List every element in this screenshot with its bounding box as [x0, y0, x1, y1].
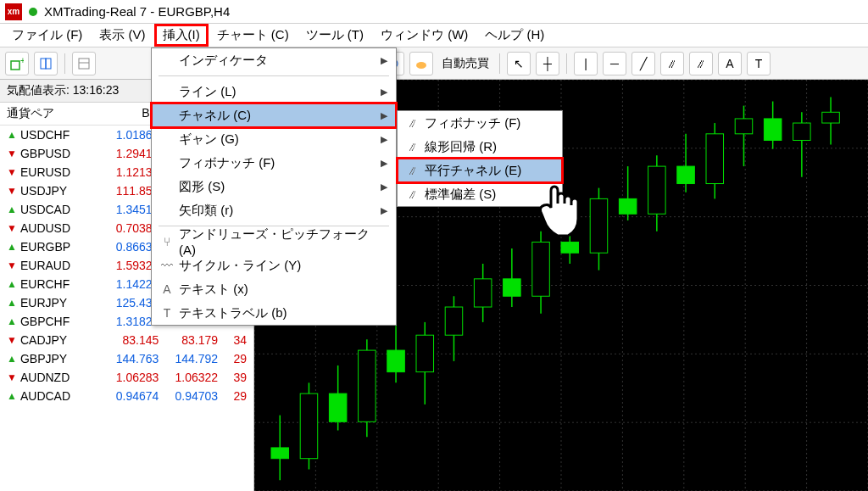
symbol: USDCHF — [20, 128, 100, 142]
status-dot-icon — [29, 8, 37, 16]
svg-rect-32 — [300, 393, 318, 459]
symbol: AUDUSD — [20, 221, 100, 235]
bid: 1.06283 — [100, 371, 159, 384]
bid: 1.31825 — [100, 315, 159, 328]
direction-icon — [7, 315, 20, 327]
menu-item[interactable]: Aテキスト (x) — [152, 277, 396, 301]
new-chart-button[interactable]: + — [5, 52, 29, 75]
symbol: GBPJPY — [20, 352, 100, 365]
menu-item[interactable]: 〰サイクル・ライン (Y) — [152, 254, 396, 277]
menu-item[interactable]: フィボナッチ (F)▶ — [152, 151, 396, 175]
menu-item[interactable]: 図形 (S)▶ — [152, 175, 396, 198]
menu-5[interactable]: ウィンドウ (W) — [372, 24, 476, 47]
symbol: EURAUD — [20, 259, 100, 272]
cursor-button[interactable]: ↖ — [507, 52, 531, 75]
channel-submenu[interactable]: ⫽フィボナッチ (F)⫽線形回帰 (R)⫽平行チャネル (E)⫽標準偏差 (S) — [397, 110, 563, 207]
direction-icon — [7, 334, 20, 346]
menu-2[interactable]: 挿入(I) — [154, 24, 209, 47]
symbol: EURCHF — [20, 277, 100, 291]
menu-item[interactable]: ⫽線形回帰 (R) — [398, 135, 562, 159]
menu-item-label: テキストラベル (b) — [179, 305, 387, 321]
direction-icon — [7, 390, 20, 402]
profiles-button[interactable] — [34, 52, 58, 75]
menu-item-label: 標準偏差 (S) — [425, 187, 554, 203]
label-button[interactable]: T — [747, 52, 771, 75]
menu-item[interactable]: ⑂アンドリューズ・ピッチフォーク (A) — [152, 230, 396, 254]
menu-item[interactable]: チャネル (C)▶ — [152, 103, 396, 127]
menu-item[interactable]: インディケータ▶ — [152, 48, 396, 72]
channel-button[interactable]: ⫽ — [660, 52, 684, 75]
market-watch-row[interactable]: AUDNZD1.062831.0632239 — [0, 368, 253, 387]
market-watch-row[interactable]: GBPJPY144.763144.79229 — [0, 349, 253, 368]
market-watch-row[interactable]: CADJPY83.14583.17934 — [0, 331, 253, 349]
menu-item[interactable]: 矢印類 (r)▶ — [152, 198, 396, 222]
direction-icon — [7, 297, 20, 309]
cloud-button[interactable] — [409, 52, 433, 75]
menu-bar: ファイル (F)表示 (V)挿入(I)チャート (C)ツール (T)ウィンドウ … — [0, 24, 868, 47]
menu-item[interactable]: ギャン (G)▶ — [152, 127, 396, 151]
menu-4[interactable]: ツール (T) — [298, 24, 372, 47]
menu-3[interactable]: チャート (C) — [209, 24, 298, 47]
spread: 29 — [218, 352, 247, 365]
trendline-button[interactable]: ╱ — [632, 52, 655, 75]
col-bid: Bid — [100, 106, 159, 121]
menu-item-label: インディケータ — [179, 53, 381, 69]
menu-item[interactable]: ⫽フィボナッチ (F) — [398, 111, 562, 135]
spread: 29 — [218, 389, 247, 403]
menu-item-label: 図形 (S) — [179, 179, 381, 195]
title-bar: xm XMTrading-Real 7 - EURGBP,H4 — [0, 0, 868, 24]
symbol: GBPCHF — [20, 315, 100, 328]
svg-rect-30 — [271, 448, 289, 459]
market-watch-row[interactable]: AUDCAD0.946740.9470329 — [0, 387, 253, 405]
svg-rect-60 — [706, 134, 724, 184]
hline-button[interactable]: ─ — [603, 52, 626, 75]
submenu-arrow-icon: ▶ — [381, 55, 387, 66]
menu-item-label: チャネル (C) — [179, 108, 381, 124]
svg-rect-40 — [416, 335, 434, 371]
ask: 83.179 — [159, 333, 218, 347]
menu-item[interactable]: ⫽標準偏差 (S) — [398, 182, 562, 206]
symbol: USDCAD — [20, 203, 100, 216]
bid: 0.94674 — [100, 389, 159, 403]
symbol: AUDCAD — [20, 389, 100, 403]
auto-trade-label[interactable]: 自動売買 — [438, 56, 492, 71]
window-title: XMTrading-Real 7 - EURGBP,H4 — [44, 4, 230, 19]
menu-item[interactable]: ⫽平行チャネル (E) — [398, 159, 562, 182]
menu-1[interactable]: 表示 (V) — [91, 24, 153, 47]
submenu-arrow-icon: ▶ — [381, 205, 387, 216]
symbol: USDJPY — [20, 184, 100, 198]
svg-text:+: + — [20, 57, 24, 65]
submenu-arrow-icon: ▶ — [381, 158, 387, 169]
symbol: EURJPY — [20, 296, 100, 310]
menu-item[interactable]: Tテキストラベル (b) — [152, 301, 396, 325]
toolbar-separator — [566, 53, 567, 74]
menu-item[interactable]: ライン (L)▶ — [152, 80, 396, 103]
direction-icon — [7, 353, 20, 365]
submenu-arrow-icon: ▶ — [381, 181, 387, 192]
svg-rect-36 — [359, 350, 376, 421]
svg-rect-0 — [11, 61, 19, 70]
submenu-arrow-icon: ▶ — [381, 134, 387, 145]
bid: 125.435 — [100, 296, 159, 310]
crosshair-button[interactable]: ┼ — [536, 52, 559, 75]
spread: 39 — [218, 371, 247, 384]
text-button[interactable]: A — [718, 52, 742, 75]
svg-rect-68 — [822, 112, 840, 123]
toolbar-separator — [64, 53, 65, 74]
svg-rect-38 — [387, 350, 405, 372]
vline-button[interactable]: | — [574, 52, 598, 75]
fib-button[interactable]: ⫽ — [689, 52, 713, 75]
direction-icon — [7, 204, 20, 215]
svg-rect-3 — [46, 59, 51, 69]
market-watch-button[interactable] — [72, 52, 96, 75]
menu-6[interactable]: ヘルプ (H) — [476, 24, 553, 47]
direction-icon — [7, 129, 20, 141]
bid: 1.01861 — [100, 128, 159, 142]
symbol: EURUSD — [20, 165, 100, 179]
insert-menu[interactable]: インディケータ▶ライン (L)▶チャネル (C)▶ギャン (G)▶フィボナッチ … — [151, 47, 397, 326]
menu-0[interactable]: ファイル (F) — [3, 24, 91, 47]
bid: 1.14229 — [100, 277, 159, 291]
menu-item-label: ライン (L) — [179, 84, 381, 100]
symbol: EURGBP — [20, 240, 100, 254]
symbol: CADJPY — [20, 333, 100, 347]
